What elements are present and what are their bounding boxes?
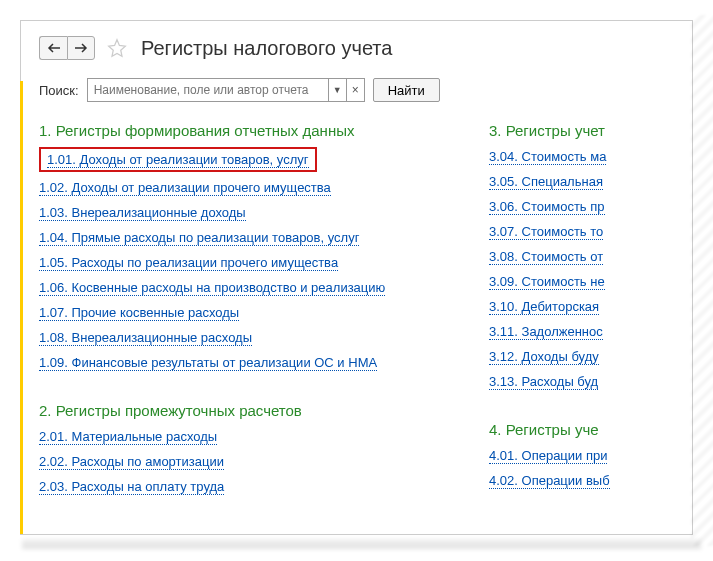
- arrow-right-icon: [74, 43, 88, 53]
- forward-button[interactable]: [67, 36, 95, 60]
- search-clear-button[interactable]: ×: [346, 79, 364, 101]
- search-label: Поиск:: [39, 83, 79, 98]
- section-title: 2. Регистры промежуточных расчетов: [39, 402, 449, 419]
- main-panel: Регистры налогового учета Поиск: ▼ × Най…: [20, 20, 693, 535]
- register-link[interactable]: 3.05. Специальная: [489, 174, 669, 189]
- register-link[interactable]: 1.07. Прочие косвенные расходы: [39, 305, 449, 320]
- search-input-group: ▼ ×: [87, 78, 365, 102]
- accent-bar: [20, 81, 23, 534]
- register-link[interactable]: 3.10. Дебиторская: [489, 299, 669, 314]
- register-link[interactable]: 1.05. Расходы по реализации прочего имущ…: [39, 255, 449, 270]
- favorite-star-icon[interactable]: [107, 38, 127, 58]
- register-link[interactable]: 2.03. Расходы на оплату труда: [39, 479, 449, 494]
- back-button[interactable]: [39, 36, 67, 60]
- register-link[interactable]: 4.01. Операции при: [489, 448, 669, 463]
- page-title: Регистры налогового учета: [141, 37, 392, 60]
- register-link[interactable]: 3.07. Стоимость то: [489, 224, 669, 239]
- find-button[interactable]: Найти: [373, 78, 440, 102]
- register-link[interactable]: 1.06. Косвенные расходы на производство …: [39, 280, 449, 295]
- register-link[interactable]: 1.02. Доходы от реализации прочего имуще…: [39, 180, 449, 195]
- search-dropdown-button[interactable]: ▼: [328, 79, 346, 101]
- left-column: 1. Регистры формирования отчетных данных…: [39, 118, 449, 504]
- search-input[interactable]: [88, 79, 328, 101]
- header-row: Регистры налогового учета: [39, 36, 674, 60]
- section-title: 1. Регистры формирования отчетных данных: [39, 122, 449, 139]
- register-link[interactable]: 2.01. Материальные расходы: [39, 429, 449, 444]
- register-link[interactable]: 3.06. Стоимость пр: [489, 199, 669, 214]
- register-link[interactable]: 3.12. Доходы буду: [489, 349, 669, 364]
- arrow-left-icon: [47, 43, 61, 53]
- torn-edge-decoration: [691, 15, 713, 546]
- register-link[interactable]: 1.03. Внереализационные доходы: [39, 205, 449, 220]
- register-link[interactable]: 3.04. Стоимость ма: [489, 149, 669, 164]
- register-link[interactable]: 1.08. Внереализационные расходы: [39, 330, 449, 345]
- register-link[interactable]: 3.11. Задолженнос: [489, 324, 669, 339]
- section-title: 4. Регистры уче: [489, 421, 669, 438]
- register-link[interactable]: 1.04. Прямые расходы по реализации товар…: [39, 230, 449, 245]
- nav-button-group: [39, 36, 95, 60]
- content-columns: 1. Регистры формирования отчетных данных…: [39, 118, 674, 504]
- register-link[interactable]: 2.02. Расходы по амортизации: [39, 454, 449, 469]
- search-row: Поиск: ▼ × Найти: [39, 78, 674, 102]
- register-link[interactable]: 1.09. Финансовые результаты от реализаци…: [39, 355, 449, 370]
- register-link[interactable]: 3.13. Расходы буд: [489, 374, 669, 389]
- section-title: 3. Регистры учет: [489, 122, 669, 139]
- register-link[interactable]: 3.08. Стоимость от: [489, 249, 669, 264]
- highlighted-link[interactable]: 1.01. Доходы от реализации товаров, услу…: [39, 147, 317, 172]
- shadow-decoration: [22, 539, 701, 549]
- register-link[interactable]: 3.09. Стоимость не: [489, 274, 669, 289]
- register-link[interactable]: 4.02. Операции выб: [489, 473, 669, 488]
- right-column: 3. Регистры учет 3.04. Стоимость ма 3.05…: [489, 118, 669, 504]
